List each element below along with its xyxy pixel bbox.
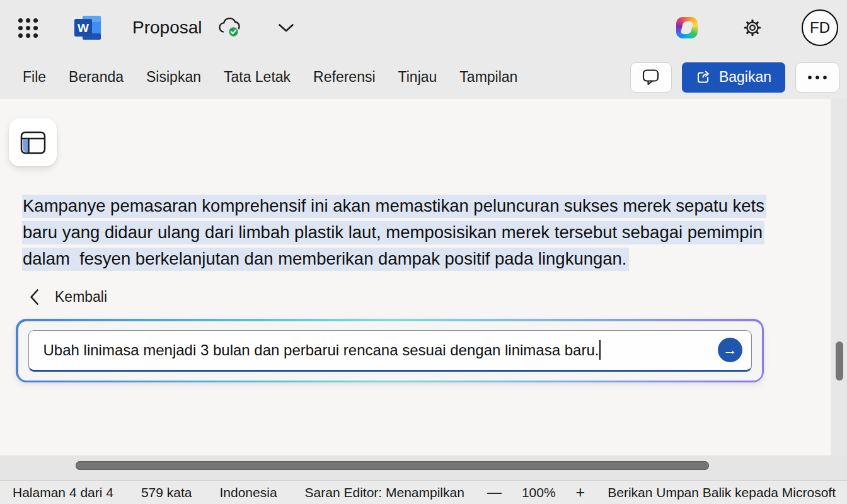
paragraph-line[interactable]: Kampanye pemasaran komprehensif ini akan…	[22, 193, 766, 219]
word-count[interactable]: 579 kata	[141, 485, 192, 500]
paragraph-line[interactable]: baru yang didaur ulang dari limbah plast…	[22, 219, 766, 246]
word-online-window: W Proposal	[0, 0, 847, 504]
gear-icon	[742, 18, 763, 38]
cloud-check-icon	[216, 17, 241, 38]
tab-beranda[interactable]: Beranda	[69, 69, 124, 86]
panel-toggle-button[interactable]	[9, 118, 57, 166]
vertical-scrollbar-track	[831, 99, 847, 455]
comment-icon	[642, 69, 659, 86]
copilot-prompt-box-inner: Ubah linimasa menjadi 3 bulan dan perbar…	[18, 321, 762, 381]
highlighted-text[interactable]: baru yang didaur ulang dari limbah plast…	[22, 221, 764, 244]
ribbon-menu-bar: File Beranda Sisipkan Tata Letak Referen…	[0, 55, 847, 99]
save-status-button[interactable]	[216, 17, 241, 38]
horizontal-scrollbar[interactable]	[76, 461, 709, 470]
title-dropdown-button[interactable]	[278, 23, 294, 33]
send-arrow-icon: →	[723, 341, 737, 358]
vertical-scrollbar[interactable]	[836, 341, 843, 381]
zoom-out-button[interactable]: —	[487, 484, 502, 501]
highlighted-text[interactable]: dalam fesyen berkelanjutan dan memberika…	[22, 248, 629, 271]
titlebar-actions: FD	[676, 9, 847, 46]
editor-suggestions[interactable]: Saran Editor: Menampilkan	[305, 485, 464, 500]
back-link-label: Kembali	[55, 289, 107, 306]
copilot-icon	[676, 17, 698, 38]
tab-tinjau[interactable]: Tinjau	[398, 69, 437, 86]
tab-tampilan[interactable]: Tampilan	[459, 69, 517, 86]
comments-button[interactable]	[630, 62, 672, 93]
chevron-down-icon	[278, 23, 294, 33]
waffle-icon	[18, 18, 38, 38]
menu-tabs: File Beranda Sisipkan Tata Letak Referen…	[23, 69, 517, 86]
zoom-level[interactable]: 100%	[522, 485, 556, 500]
share-button-label: Bagikan	[719, 69, 771, 86]
svg-text:W: W	[78, 21, 89, 35]
copilot-prompt-input[interactable]: Ubah linimasa menjadi 3 bulan dan perbar…	[28, 330, 752, 372]
document-canvas: Kampanye pemasaran komprehensif ini akan…	[0, 99, 831, 455]
word-logo-icon[interactable]: W	[74, 15, 102, 40]
tab-tata-letak[interactable]: Tata Letak	[224, 69, 291, 86]
app-launcher-button[interactable]	[14, 14, 42, 42]
document-paragraph[interactable]: Kampanye pemasaran komprehensif ini akan…	[22, 193, 766, 272]
account-avatar[interactable]: FD	[802, 9, 838, 46]
tab-sisipkan[interactable]: Sisipkan	[146, 69, 201, 86]
text-cursor	[599, 340, 601, 360]
menu-actions: Bagikan	[630, 62, 839, 93]
copilot-prompt-text: Ubah linimasa menjadi 3 bulan dan perbar…	[43, 341, 599, 359]
ellipsis-icon	[807, 75, 827, 80]
tab-file[interactable]: File	[23, 69, 46, 86]
more-options-button[interactable]	[795, 62, 839, 93]
back-link[interactable]: Kembali	[29, 289, 107, 306]
send-button[interactable]: →	[718, 338, 742, 362]
page-count[interactable]: Halaman 4 dari 4	[13, 485, 113, 500]
highlighted-text[interactable]: Kampanye pemasaran komprehensif ini akan…	[22, 195, 766, 218]
language-selector[interactable]: Indonesia	[220, 485, 277, 500]
panel-layout-icon	[20, 131, 46, 154]
settings-button[interactable]	[742, 18, 763, 38]
share-button[interactable]: Bagikan	[682, 62, 785, 93]
title-bar: W Proposal	[0, 0, 847, 55]
copilot-button[interactable]	[676, 16, 698, 39]
paragraph-line[interactable]: dalam fesyen berkelanjutan dan memberika…	[22, 246, 766, 272]
share-icon	[696, 70, 711, 85]
copilot-prompt-box: Ubah linimasa menjadi 3 bulan dan perbar…	[16, 319, 764, 382]
tab-referensi[interactable]: Referensi	[313, 69, 375, 86]
zoom-in-button[interactable]: +	[576, 483, 585, 501]
status-bar: Halaman 4 dari 4 579 kata Indonesia Sara…	[0, 480, 847, 504]
chevron-left-icon	[29, 289, 40, 306]
document-title[interactable]: Proposal	[132, 18, 202, 38]
feedback-link[interactable]: Berikan Umpan Balik kepada Microsoft	[608, 485, 836, 500]
